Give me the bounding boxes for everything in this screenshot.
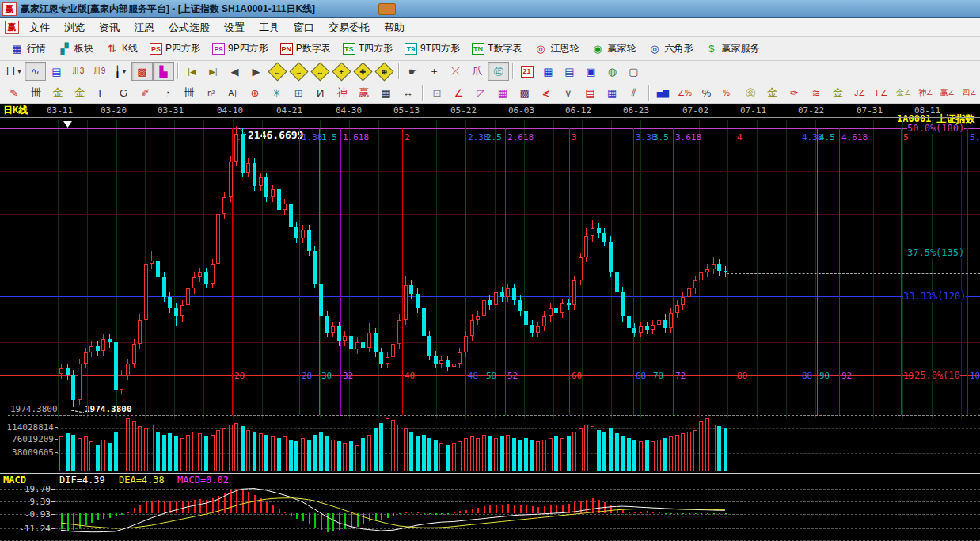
grid-123-button[interactable]: ▦ (375, 83, 397, 102)
grid-target-button[interactable]: ⊞ (287, 83, 310, 102)
calendar-21-button[interactable]: 21 (516, 62, 537, 81)
dark-grid-button[interactable]: ▩ (514, 83, 536, 102)
last-page-button[interactable]: ▶| (203, 62, 224, 81)
menu-item-5[interactable]: 设置 (217, 19, 252, 36)
floating-widget[interactable] (378, 3, 396, 15)
candle-style-button[interactable]: ╽▼ (110, 62, 131, 81)
t-square-button[interactable]: TST四方形 (337, 40, 398, 57)
comb2-button[interactable]: 卌 (178, 83, 200, 102)
menu-item-9[interactable]: 帮助 (377, 19, 412, 36)
menu-item-4[interactable]: 公式选股 (161, 19, 217, 36)
circle-cross-button[interactable]: ⊕ (244, 83, 266, 102)
hexagon-button[interactable]: ◎六角形 (642, 40, 698, 57)
v-wave-button[interactable]: ∨ (557, 83, 579, 102)
prev-bar-button[interactable]: ◀ (224, 62, 245, 81)
trend-zigzag-button[interactable]: ∿ (25, 62, 46, 81)
gold-line-button[interactable]: 金 (762, 83, 784, 102)
blue-grid-button[interactable]: ▦ (601, 83, 623, 102)
menu-item-6[interactable]: 工具 (252, 19, 287, 36)
corner-fan-button[interactable]: ◸ (469, 83, 492, 102)
red-wave-button[interactable]: ≋ (805, 83, 827, 102)
scroll-right-button[interactable]: → (288, 62, 310, 81)
ying-tool-icon: 赢 (359, 86, 370, 100)
magenta-grid-button[interactable]: ▦ (492, 83, 514, 102)
menu-item-2[interactable]: 资讯 (92, 19, 127, 36)
zoom-horizontal-button[interactable]: ↔ (310, 62, 331, 81)
starburst-button[interactable]: ✳ (266, 83, 288, 102)
angle-a-button[interactable]: A∣ (222, 83, 244, 102)
fib-f-lines-button[interactable]: F (91, 83, 113, 102)
menu-item-1[interactable]: 浏览 (57, 19, 92, 36)
cycle-clock-button[interactable]: ◔ (156, 83, 178, 102)
square-frame-button[interactable]: ⊡ (426, 83, 448, 102)
percent-line-button[interactable]: %_ (717, 83, 739, 102)
f-angle-button[interactable]: F∠ (871, 83, 893, 102)
crosshair-button[interactable]: ＋ (424, 62, 445, 81)
ninep-square-button[interactable]: P99P四方形 (207, 40, 274, 57)
parallel-lines-button[interactable]: ⫽ (623, 83, 645, 102)
gann-wheel-button[interactable]: ◎江恩轮 (528, 40, 584, 57)
info-panel-button[interactable]: ▤ (46, 62, 67, 81)
ink-brush-button[interactable]: ✑ (783, 83, 805, 102)
save-button[interactable]: ▣ (580, 62, 602, 81)
winner-service-button[interactable]: $赢家服务 (699, 40, 765, 57)
notes-button[interactable]: ▤ (559, 62, 580, 81)
angle-lines-button[interactable]: ⋞ (535, 83, 557, 102)
four-angle-button[interactable]: 四∠ (959, 83, 980, 102)
kline-button[interactable]: ⇅K线 (100, 40, 143, 57)
p-number-table-button[interactable]: PNP数字表 (275, 40, 336, 57)
menu-item-0[interactable]: 文件 (22, 19, 57, 36)
zoom-out-button[interactable]: ✚ (352, 62, 374, 81)
wave-count-3-button[interactable]: 卅3 (67, 62, 89, 81)
ying-tool-button[interactable]: 赢 (353, 83, 375, 102)
percent-button[interactable]: % (696, 83, 718, 102)
shen-angle-button[interactable]: 神∠ (914, 83, 936, 102)
t-number-table-button[interactable]: TNT数字表 (466, 40, 527, 57)
ninet-square-button[interactable]: T99T四方形 (399, 40, 465, 57)
erase-line-button[interactable]: ⤫ (445, 62, 466, 81)
paint-knife-button[interactable]: ✎ (3, 83, 25, 102)
ying-angle-button[interactable]: 赢∠ (936, 83, 959, 102)
web-search-button[interactable]: ◍ (602, 62, 623, 81)
grid-comb-button[interactable]: 卌 (25, 83, 47, 102)
gold-angle2-button[interactable]: 金∠ (893, 83, 915, 102)
scroll-left-button[interactable]: ← (267, 62, 288, 81)
gold-circle-button[interactable]: ㊎ (739, 83, 762, 102)
volume-histogram-button[interactable]: ▙ (153, 62, 174, 81)
red-grid-button[interactable]: ▤ (579, 83, 602, 102)
red-knife-button[interactable]: ✐ (135, 83, 157, 102)
percent-slope-button[interactable]: ∠% (674, 83, 696, 102)
sectors-button[interactable]: ▞板块 (52, 40, 99, 57)
red-fan-button[interactable]: ∠ (448, 83, 470, 102)
menu-item-3[interactable]: 江恩 (127, 19, 161, 36)
zoom-fit-button[interactable]: ⊕ (374, 62, 395, 81)
gold-angle-button[interactable]: 金 (827, 83, 849, 102)
zoom-in-button[interactable]: + (331, 62, 352, 81)
shen-tool-button[interactable]: 神 (332, 83, 354, 102)
menu-item-7[interactable]: 窗口 (287, 19, 321, 36)
calculator-button[interactable]: ▦ (537, 62, 559, 81)
gold-ratio2-button[interactable]: 金 (69, 83, 91, 102)
smart-brain-button[interactable]: ㊣ (488, 62, 509, 81)
period-daily-button[interactable]: 日▼ (3, 62, 25, 81)
gold-ratio-button[interactable]: 金 (47, 83, 69, 102)
quotes-button[interactable]: ▦行情 (5, 40, 51, 57)
winner-wheel-button[interactable]: ◉赢家轮 (585, 40, 641, 57)
pan-hand-button[interactable]: ☛ (402, 62, 424, 81)
j-angle-icon: J∠ (854, 89, 865, 97)
zigzag-n-button[interactable]: И (310, 83, 332, 102)
gann-angle-tool-button[interactable]: 爪 (466, 62, 488, 81)
wave-count-9-button[interactable]: 卅9 (89, 62, 110, 81)
n-square-button[interactable]: n² (200, 83, 222, 102)
column-stats-button[interactable]: ▅▇ (652, 83, 674, 102)
chart-area[interactable]: 日K线 1A0001 上证指数 2146.6699 1974.3800 1974… (0, 104, 980, 541)
first-page-button[interactable]: |◀ (181, 62, 203, 81)
span-arrow-button[interactable]: ↔ (397, 83, 420, 102)
menu-item-8[interactable]: 交易委托 (321, 19, 377, 36)
j-angle-button[interactable]: J∠ (849, 83, 871, 102)
gann-mosaic-button[interactable]: ▩ (131, 62, 153, 81)
p-square-button[interactable]: PSP四方形 (144, 40, 206, 57)
spiral-button[interactable]: G (112, 83, 135, 102)
remote-pc-button[interactable]: ▢ (623, 62, 644, 81)
next-bar-button[interactable]: ▶ (245, 62, 267, 81)
